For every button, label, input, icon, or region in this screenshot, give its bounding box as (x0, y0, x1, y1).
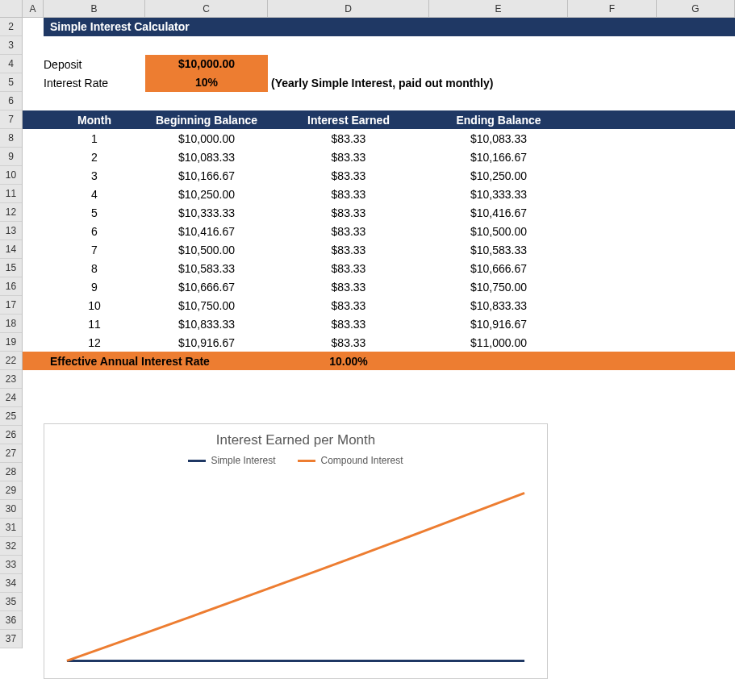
col-header-D[interactable]: D (268, 0, 429, 17)
cell-begin[interactable]: $10,500.00 (145, 244, 268, 256)
cell-interest[interactable]: $83.33 (268, 281, 429, 294)
cell-month[interactable]: 9 (44, 281, 145, 294)
row-header-35[interactable]: 35 (0, 593, 22, 611)
row-header-32[interactable]: 32 (0, 537, 22, 556)
th-end: Ending Balance (429, 114, 568, 127)
cell-begin[interactable]: $10,583.33 (145, 262, 268, 275)
row-header-3[interactable]: 3 (0, 36, 22, 55)
cell-end[interactable]: $10,416.67 (429, 206, 568, 219)
cell-end[interactable]: $10,500.00 (429, 225, 568, 238)
cell-month[interactable]: 1 (44, 132, 145, 145)
cell-begin[interactable]: $10,916.67 (145, 336, 268, 349)
row-header-26[interactable]: 26 (0, 426, 22, 444)
row-header-22[interactable]: 22 (0, 352, 22, 370)
row-header-2[interactable]: 2 (0, 18, 22, 36)
row-header-29[interactable]: 29 (0, 481, 22, 500)
cell-begin[interactable]: $10,666.67 (145, 281, 268, 294)
table-row: 10$10,750.00$83.33$10,833.33 (23, 296, 735, 315)
cell-interest[interactable]: $83.33 (268, 336, 429, 349)
cell-interest[interactable]: $83.33 (268, 244, 429, 256)
th-month: Month (44, 114, 145, 127)
cell-end[interactable]: $10,250.00 (429, 169, 568, 182)
cell-begin[interactable]: $10,083.33 (145, 151, 268, 164)
rate-input[interactable]: 10% (145, 73, 268, 92)
cell-interest[interactable]: $83.33 (268, 225, 429, 238)
cells-area[interactable]: Simple Interest Calculator Deposit $10,0… (23, 18, 735, 679)
row-header-31[interactable]: 31 (0, 519, 22, 537)
row-header-24[interactable]: 24 (0, 389, 22, 407)
cell-month[interactable]: 4 (44, 188, 145, 201)
cell-begin[interactable]: $10,166.67 (145, 169, 268, 182)
row-header-12[interactable]: 12 (0, 203, 22, 222)
col-header-E[interactable]: E (429, 0, 568, 17)
row-header-36[interactable]: 36 (0, 611, 22, 630)
cell-interest[interactable]: $83.33 (268, 262, 429, 275)
row-header-4[interactable]: 4 (0, 55, 22, 73)
cell-interest[interactable]: $83.33 (268, 299, 429, 312)
row-header-23[interactable]: 23 (0, 370, 22, 389)
row-header-5[interactable]: 5 (0, 73, 22, 92)
cell-end[interactable]: $10,583.33 (429, 244, 568, 256)
cell-begin[interactable]: $10,750.00 (145, 299, 268, 312)
row-header-9[interactable]: 9 (0, 148, 22, 166)
row-header-13[interactable]: 13 (0, 222, 22, 240)
cell-begin[interactable]: $10,000.00 (145, 132, 268, 145)
col-header-B[interactable]: B (44, 0, 145, 17)
spreadsheet: A B C D E F G 23456789101112131415161718… (0, 0, 735, 700)
cell-interest[interactable]: $83.33 (268, 151, 429, 164)
cell-month[interactable]: 2 (44, 151, 145, 164)
cell-begin[interactable]: $10,833.33 (145, 318, 268, 331)
cell-interest[interactable]: $83.33 (268, 132, 429, 145)
row-header-33[interactable]: 33 (0, 556, 22, 574)
row-header-16[interactable]: 16 (0, 277, 22, 296)
row-header-15[interactable]: 15 (0, 259, 22, 277)
cell-end[interactable]: $10,166.67 (429, 151, 568, 164)
cell-interest[interactable]: $83.33 (268, 318, 429, 331)
row-header-18[interactable]: 18 (0, 315, 22, 333)
row-header-28[interactable]: 28 (0, 463, 22, 481)
row-header-6[interactable]: 6 (0, 92, 22, 110)
col-header-G[interactable]: G (657, 0, 735, 17)
col-header-F[interactable]: F (568, 0, 657, 17)
cell-end[interactable]: $10,083.33 (429, 132, 568, 145)
select-all-corner[interactable] (0, 0, 23, 17)
cell-begin[interactable]: $10,250.00 (145, 188, 268, 201)
cell-end[interactable]: $10,666.67 (429, 262, 568, 275)
row-header-19[interactable]: 19 (0, 333, 22, 352)
cell-month[interactable]: 11 (44, 318, 145, 331)
title-row: Simple Interest Calculator (23, 18, 735, 36)
cell-begin[interactable]: $10,333.33 (145, 206, 268, 219)
row-header-7[interactable]: 7 (0, 110, 22, 129)
col-header-A[interactable]: A (23, 0, 44, 17)
cell-interest[interactable]: $83.33 (268, 188, 429, 201)
cell-end[interactable]: $10,333.33 (429, 188, 568, 201)
cell-end[interactable]: $10,916.67 (429, 318, 568, 331)
sheet-title: Simple Interest Calculator (44, 18, 735, 36)
cell-interest[interactable]: $83.33 (268, 169, 429, 182)
row-header-25[interactable]: 25 (0, 407, 22, 426)
row-header-14[interactable]: 14 (0, 240, 22, 259)
cell-month[interactable]: 3 (44, 169, 145, 182)
cell-month[interactable]: 6 (44, 225, 145, 238)
cell-end[interactable]: $10,833.33 (429, 299, 568, 312)
row-header-17[interactable]: 17 (0, 296, 22, 315)
row-header-8[interactable]: 8 (0, 129, 22, 148)
row-header-10[interactable]: 10 (0, 166, 22, 185)
cell-end[interactable]: $11,000.00 (429, 336, 568, 349)
row-header-11[interactable]: 11 (0, 185, 22, 203)
cell-month[interactable]: 12 (44, 336, 145, 349)
cell-month[interactable]: 7 (44, 244, 145, 256)
deposit-input[interactable]: $10,000.00 (145, 55, 268, 73)
row-header-27[interactable]: 27 (0, 444, 22, 463)
row-header-34[interactable]: 34 (0, 574, 22, 593)
row-header-30[interactable]: 30 (0, 500, 22, 519)
cell-month[interactable]: 10 (44, 299, 145, 312)
col-header-C[interactable]: C (145, 0, 268, 17)
cell-end[interactable]: $10,750.00 (429, 281, 568, 294)
row-header-37[interactable]: 37 (0, 630, 22, 648)
cell-begin[interactable]: $10,416.67 (145, 225, 268, 238)
cell-month[interactable]: 8 (44, 262, 145, 275)
cell-month[interactable]: 5 (44, 206, 145, 219)
cell-interest[interactable]: $83.33 (268, 206, 429, 219)
legend-compound: Compound Interest (298, 455, 403, 466)
